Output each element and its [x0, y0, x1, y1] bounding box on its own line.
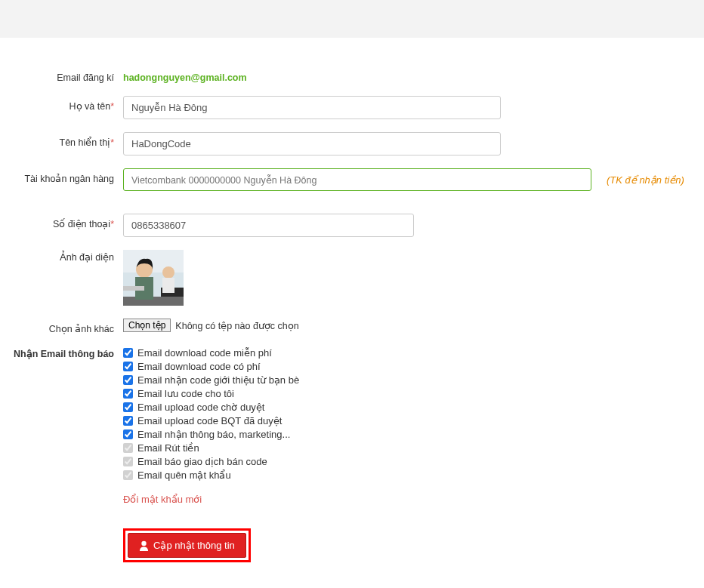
checkbox-row: Email báo giao dịch bán code [123, 456, 704, 467]
label-notify: Nhận Email thông báo [0, 347, 123, 359]
checkbox-input [123, 457, 133, 466]
profile-form: Email đăng kí hadongnguyen@gmail.com Họ … [0, 38, 704, 588]
checkbox-input[interactable] [123, 429, 133, 439]
label-bank: Tài khoản ngân hàng [0, 168, 123, 184]
submit-label: Cập nhật thông tin [153, 540, 235, 551]
checkbox-input [123, 470, 133, 480]
label-email: Email đăng kí [0, 68, 123, 83]
checkbox-label: Email nhận thông báo, marketing... [137, 429, 290, 440]
checkbox-row[interactable]: Email nhận thông báo, marketing... [123, 429, 704, 440]
checkbox-row[interactable]: Email download code có phí [123, 361, 704, 372]
checkbox-input[interactable] [123, 416, 133, 426]
email-notify-checklist: Email download code miễn phíEmail downlo… [123, 347, 704, 481]
checkbox-row[interactable]: Email lưu code cho tôi [123, 388, 704, 399]
checkbox-label: Email upload code chờ duyệt [137, 402, 264, 413]
label-phone: Số điện thoại* [0, 214, 123, 229]
svg-rect-7 [162, 278, 174, 293]
checkbox-input[interactable] [123, 362, 133, 371]
label-fullname: Họ và tên* [0, 96, 123, 112]
checkbox-row[interactable]: Email download code miễn phí [123, 347, 704, 359]
checkbox-label: Email quên mật khẩu [137, 469, 231, 481]
user-icon [139, 540, 149, 551]
checkbox-label: Email lưu code cho tôi [137, 388, 234, 399]
checkbox-row[interactable]: Email upload code chờ duyệt [123, 402, 704, 413]
avatar-image [123, 250, 184, 306]
svg-rect-8 [123, 286, 144, 291]
email-value: hadongnguyen@gmail.com [123, 68, 247, 83]
submit-highlight: Cập nhật thông tin [123, 528, 251, 562]
file-status: Không có tệp nào được chọn [175, 320, 298, 331]
checkbox-row: Email quên mật khẩu [123, 469, 704, 481]
checkbox-label: Email báo giao dịch bán code [137, 456, 267, 467]
phone-input[interactable] [123, 214, 414, 237]
svg-point-9 [141, 540, 146, 545]
label-choose-other: Chọn ảnh khác [0, 319, 123, 334]
checkbox-input[interactable] [123, 402, 133, 412]
checkbox-label: Email upload code BQT đã duyệt [137, 415, 282, 426]
submit-button[interactable]: Cập nhật thông tin [128, 533, 246, 558]
checkbox-input[interactable] [123, 389, 133, 399]
checkbox-input[interactable] [123, 348, 133, 358]
checkbox-label: Email download code có phí [137, 361, 261, 372]
choose-file-button[interactable]: Chọn tệp [123, 319, 171, 332]
checkbox-label: Email download code miễn phí [137, 347, 272, 359]
bank-hint: (TK để nhận tiền) [607, 174, 684, 186]
checkbox-label: Email nhận code giới thiệu từ bạn bè [137, 374, 299, 386]
svg-point-6 [162, 266, 174, 279]
label-avatar: Ảnh đại diện [0, 250, 123, 263]
label-displayname: Tên hiển thị* [0, 132, 123, 148]
topbar [0, 0, 704, 38]
checkbox-label: Email Rút tiền [137, 442, 199, 454]
fullname-input[interactable] [123, 96, 501, 119]
checkbox-row[interactable]: Email nhận code giới thiệu từ bạn bè [123, 374, 704, 386]
change-password-link[interactable]: Đổi mật khẩu mới [123, 494, 202, 505]
checkbox-input [123, 443, 133, 453]
checkbox-row[interactable]: Email upload code BQT đã duyệt [123, 415, 704, 426]
svg-rect-1 [123, 250, 184, 272]
bank-input[interactable] [123, 168, 591, 191]
checkbox-row: Email Rút tiền [123, 442, 704, 454]
checkbox-input[interactable] [123, 375, 133, 385]
displayname-input[interactable] [123, 132, 501, 155]
